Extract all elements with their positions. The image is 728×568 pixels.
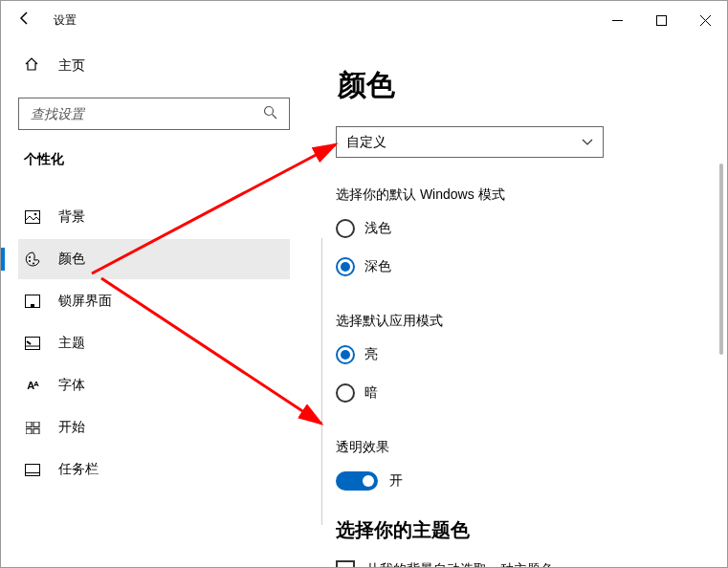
nav-item-themes[interactable]: 主题 <box>18 323 290 363</box>
svg-rect-12 <box>26 428 32 434</box>
radio-icon <box>336 383 355 403</box>
picture-icon <box>24 210 41 224</box>
back-button[interactable] <box>11 6 39 34</box>
accent-heading: 选择你的主题色 <box>336 517 698 543</box>
search-box[interactable] <box>18 98 290 130</box>
radio-app-dark[interactable]: 暗 <box>336 383 698 403</box>
maximize-button[interactable] <box>639 5 683 35</box>
nav-item-colors[interactable]: 颜色 <box>18 239 290 279</box>
nav-label: 锁屏界面 <box>58 293 112 310</box>
radio-label: 深色 <box>364 258 391 275</box>
svg-rect-10 <box>26 422 32 427</box>
taskbar-icon <box>24 464 41 476</box>
nav-label: 字体 <box>58 377 85 394</box>
sidebar: 主页 个性化 背景 颜色 锁 <box>1 39 307 567</box>
nav-label: 颜色 <box>58 251 85 268</box>
home-link[interactable]: 主页 <box>18 49 290 83</box>
search-input[interactable] <box>31 106 263 121</box>
chevron-down-icon <box>582 137 593 148</box>
color-mode-dropdown[interactable]: 自定义 <box>336 126 604 158</box>
svg-rect-14 <box>26 464 40 475</box>
nav-item-lockscreen[interactable]: 锁屏界面 <box>18 281 290 321</box>
radio-app-light[interactable]: 亮 <box>336 345 698 364</box>
radio-icon <box>336 345 355 364</box>
svg-point-5 <box>29 260 31 262</box>
maximize-icon <box>656 15 667 26</box>
radio-label: 暗 <box>364 384 378 402</box>
radio-windows-light[interactable]: 浅色 <box>336 219 698 238</box>
scrollbar[interactable] <box>717 39 725 567</box>
svg-rect-15 <box>26 472 40 475</box>
app-mode-heading: 选择默认应用模式 <box>336 313 698 330</box>
radio-windows-dark[interactable]: 深色 <box>336 257 698 276</box>
checkbox-icon <box>336 560 355 567</box>
nav-label: 开始 <box>58 419 85 436</box>
lockscreen-icon <box>24 295 41 308</box>
svg-rect-0 <box>656 15 666 25</box>
toggle-state-label: 开 <box>389 472 403 490</box>
nav-item-background[interactable]: 背景 <box>18 197 290 237</box>
nav-item-start[interactable]: 开始 <box>18 407 290 448</box>
svg-point-1 <box>265 107 274 116</box>
themes-icon <box>24 337 41 350</box>
window-title: 设置 <box>54 12 77 29</box>
svg-rect-11 <box>33 422 39 427</box>
radio-label: 浅色 <box>364 220 391 237</box>
toggle-knob <box>363 475 374 487</box>
home-icon <box>24 56 39 76</box>
svg-rect-8 <box>31 304 34 308</box>
svg-point-6 <box>33 263 34 265</box>
main-panel: 颜色 自定义 选择你的默认 Windows 模式 浅色 深色 选择默认应用模式 … <box>307 39 727 567</box>
back-arrow-icon <box>18 11 32 29</box>
windows-mode-heading: 选择你的默认 Windows 模式 <box>336 186 698 204</box>
checkbox-label: 从我的背景自动选取一种主题色 <box>366 561 554 567</box>
auto-accent-checkbox-row[interactable]: 从我的背景自动选取一种主题色 <box>336 560 698 567</box>
nav-label: 任务栏 <box>58 461 99 478</box>
svg-point-3 <box>34 213 37 216</box>
svg-rect-13 <box>33 428 39 434</box>
start-icon <box>24 422 41 434</box>
nav-label: 背景 <box>58 208 85 226</box>
close-icon <box>700 15 711 26</box>
fonts-icon: AA <box>24 380 41 391</box>
svg-rect-2 <box>26 211 40 224</box>
search-icon <box>263 105 277 122</box>
radio-icon <box>336 219 355 238</box>
svg-point-4 <box>29 256 31 258</box>
nav-item-fonts[interactable]: AA 字体 <box>18 365 290 405</box>
nav-label: 主题 <box>58 335 85 352</box>
close-button[interactable] <box>683 5 727 35</box>
radio-icon <box>336 257 355 276</box>
radio-label: 亮 <box>364 346 378 363</box>
nav-item-taskbar[interactable]: 任务栏 <box>18 449 290 490</box>
svg-rect-9 <box>26 338 40 350</box>
page-title: 颜色 <box>338 66 698 105</box>
minimize-button[interactable] <box>595 5 639 35</box>
dropdown-value: 自定义 <box>346 134 386 151</box>
transparency-toggle[interactable] <box>336 471 378 491</box>
transparency-heading: 透明效果 <box>336 439 698 456</box>
minimize-icon <box>612 15 623 26</box>
scrollbar-thumb[interactable] <box>719 164 723 355</box>
palette-icon <box>24 251 41 267</box>
section-header: 个性化 <box>18 151 290 168</box>
home-label: 主页 <box>58 57 85 75</box>
